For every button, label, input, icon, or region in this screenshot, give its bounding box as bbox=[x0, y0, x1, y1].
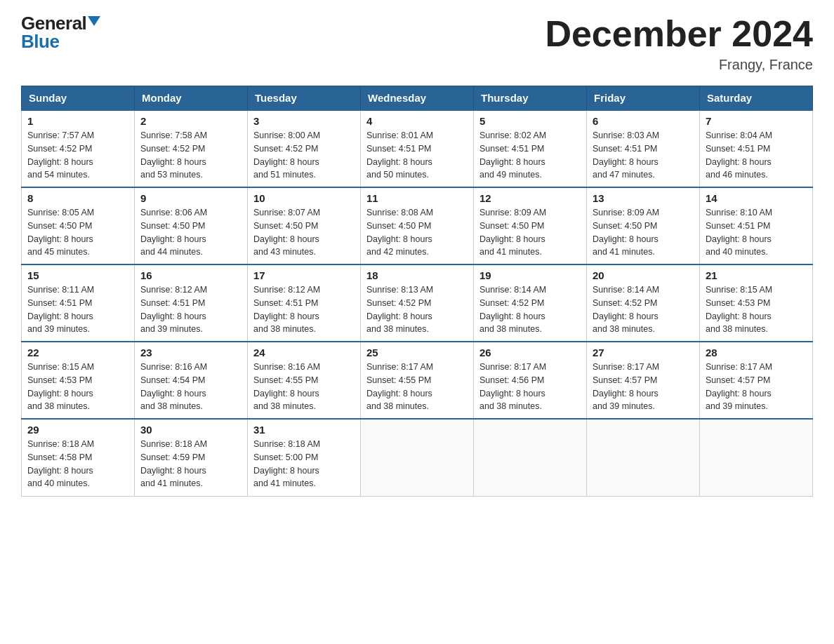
table-row: 9Sunrise: 8:06 AMSunset: 4:50 PMDaylight… bbox=[135, 187, 248, 264]
day-number: 21 bbox=[706, 269, 807, 281]
table-row: 3Sunrise: 8:00 AMSunset: 4:52 PMDaylight… bbox=[248, 110, 361, 187]
table-row: 14Sunrise: 8:10 AMSunset: 4:51 PMDayligh… bbox=[700, 187, 813, 264]
day-info: Sunrise: 8:16 AMSunset: 4:55 PMDaylight:… bbox=[253, 361, 355, 413]
day-info: Sunrise: 8:14 AMSunset: 4:52 PMDaylight:… bbox=[479, 283, 581, 336]
day-info: Sunrise: 8:14 AMSunset: 4:52 PMDaylight:… bbox=[593, 283, 694, 336]
table-row: 12Sunrise: 8:09 AMSunset: 4:50 PMDayligh… bbox=[474, 187, 587, 264]
day-info: Sunrise: 8:00 AMSunset: 4:52 PMDaylight:… bbox=[253, 129, 355, 182]
day-info: Sunrise: 8:18 AMSunset: 4:58 PMDaylight:… bbox=[27, 438, 128, 490]
header-tuesday: Tuesday bbox=[248, 86, 361, 111]
day-number: 25 bbox=[366, 347, 468, 358]
day-number: 13 bbox=[593, 192, 694, 204]
day-number: 18 bbox=[366, 269, 468, 281]
header-friday: Friday bbox=[587, 86, 700, 111]
day-number: 31 bbox=[253, 424, 355, 436]
day-number: 4 bbox=[366, 115, 468, 127]
header-saturday: Saturday bbox=[700, 86, 813, 111]
day-number: 16 bbox=[140, 269, 241, 281]
day-info: Sunrise: 8:09 AMSunset: 4:50 PMDaylight:… bbox=[593, 206, 694, 259]
table-row: 31Sunrise: 8:18 AMSunset: 5:00 PMDayligh… bbox=[248, 419, 361, 496]
day-number: 17 bbox=[253, 269, 355, 281]
header-sunday: Sunday bbox=[22, 86, 135, 111]
table-row: 19Sunrise: 8:14 AMSunset: 4:52 PMDayligh… bbox=[474, 264, 587, 342]
table-row: 15Sunrise: 8:11 AMSunset: 4:51 PMDayligh… bbox=[22, 264, 135, 342]
table-row: 11Sunrise: 8:08 AMSunset: 4:50 PMDayligh… bbox=[361, 187, 474, 264]
table-row: 13Sunrise: 8:09 AMSunset: 4:50 PMDayligh… bbox=[587, 187, 700, 264]
table-row: 30Sunrise: 8:18 AMSunset: 4:59 PMDayligh… bbox=[135, 419, 248, 496]
day-number: 5 bbox=[479, 115, 581, 127]
day-info: Sunrise: 8:05 AMSunset: 4:50 PMDaylight:… bbox=[27, 206, 128, 259]
day-number: 29 bbox=[27, 424, 128, 436]
table-row: 6Sunrise: 8:03 AMSunset: 4:51 PMDaylight… bbox=[587, 110, 700, 187]
day-info: Sunrise: 8:11 AMSunset: 4:51 PMDaylight:… bbox=[27, 283, 128, 336]
day-info: Sunrise: 8:18 AMSunset: 4:59 PMDaylight:… bbox=[140, 438, 241, 490]
logo-general-text: General bbox=[21, 14, 86, 32]
weekday-header-row: Sunday Monday Tuesday Wednesday Thursday… bbox=[22, 86, 813, 111]
day-number: 30 bbox=[140, 424, 241, 436]
day-number: 3 bbox=[253, 115, 355, 127]
day-number: 15 bbox=[27, 269, 128, 281]
table-row bbox=[587, 419, 700, 496]
title-block: December 2024 Frangy, France bbox=[545, 14, 813, 73]
table-row: 4Sunrise: 8:01 AMSunset: 4:51 PMDaylight… bbox=[361, 110, 474, 187]
calendar-week-row: 22Sunrise: 8:15 AMSunset: 4:53 PMDayligh… bbox=[22, 342, 813, 419]
day-info: Sunrise: 8:08 AMSunset: 4:50 PMDaylight:… bbox=[366, 206, 468, 259]
day-number: 27 bbox=[593, 347, 694, 358]
calendar-week-row: 15Sunrise: 8:11 AMSunset: 4:51 PMDayligh… bbox=[22, 264, 813, 342]
table-row: 5Sunrise: 8:02 AMSunset: 4:51 PMDaylight… bbox=[474, 110, 587, 187]
day-info: Sunrise: 7:57 AMSunset: 4:52 PMDaylight:… bbox=[27, 129, 128, 182]
day-info: Sunrise: 8:03 AMSunset: 4:51 PMDaylight:… bbox=[593, 129, 694, 182]
table-row: 28Sunrise: 8:17 AMSunset: 4:57 PMDayligh… bbox=[700, 342, 813, 419]
day-info: Sunrise: 8:17 AMSunset: 4:57 PMDaylight:… bbox=[593, 361, 694, 413]
table-row: 24Sunrise: 8:16 AMSunset: 4:55 PMDayligh… bbox=[248, 342, 361, 419]
day-number: 22 bbox=[27, 347, 128, 358]
logo-triangle-icon bbox=[88, 16, 100, 26]
day-number: 10 bbox=[253, 192, 355, 204]
table-row: 7Sunrise: 8:04 AMSunset: 4:51 PMDaylight… bbox=[700, 110, 813, 187]
table-row bbox=[361, 419, 474, 496]
day-info: Sunrise: 8:10 AMSunset: 4:51 PMDaylight:… bbox=[706, 206, 807, 259]
day-number: 8 bbox=[27, 192, 128, 204]
calendar-week-row: 29Sunrise: 8:18 AMSunset: 4:58 PMDayligh… bbox=[22, 419, 813, 496]
day-number: 7 bbox=[706, 115, 807, 127]
day-number: 26 bbox=[479, 347, 581, 358]
calendar-week-row: 1Sunrise: 7:57 AMSunset: 4:52 PMDaylight… bbox=[22, 110, 813, 187]
table-row: 25Sunrise: 8:17 AMSunset: 4:55 PMDayligh… bbox=[361, 342, 474, 419]
table-row: 8Sunrise: 8:05 AMSunset: 4:50 PMDaylight… bbox=[22, 187, 135, 264]
day-info: Sunrise: 8:02 AMSunset: 4:51 PMDaylight:… bbox=[479, 129, 581, 182]
logo-blue-text: Blue bbox=[21, 32, 100, 51]
day-info: Sunrise: 8:16 AMSunset: 4:54 PMDaylight:… bbox=[140, 361, 241, 413]
day-number: 9 bbox=[140, 192, 241, 204]
header-thursday: Thursday bbox=[474, 86, 587, 111]
day-number: 11 bbox=[366, 192, 468, 204]
day-info: Sunrise: 8:12 AMSunset: 4:51 PMDaylight:… bbox=[140, 283, 241, 336]
day-info: Sunrise: 8:07 AMSunset: 4:50 PMDaylight:… bbox=[253, 206, 355, 259]
table-row: 23Sunrise: 8:16 AMSunset: 4:54 PMDayligh… bbox=[135, 342, 248, 419]
table-row bbox=[474, 419, 587, 496]
table-row: 10Sunrise: 8:07 AMSunset: 4:50 PMDayligh… bbox=[248, 187, 361, 264]
day-info: Sunrise: 8:15 AMSunset: 4:53 PMDaylight:… bbox=[27, 361, 128, 413]
page-header: General Blue December 2024 Frangy, Franc… bbox=[21, 14, 813, 73]
day-number: 28 bbox=[706, 347, 807, 358]
day-info: Sunrise: 8:01 AMSunset: 4:51 PMDaylight:… bbox=[366, 129, 468, 182]
table-row: 17Sunrise: 8:12 AMSunset: 4:51 PMDayligh… bbox=[248, 264, 361, 342]
day-info: Sunrise: 8:18 AMSunset: 5:00 PMDaylight:… bbox=[253, 438, 355, 490]
day-info: Sunrise: 8:15 AMSunset: 4:53 PMDaylight:… bbox=[706, 283, 807, 336]
day-number: 2 bbox=[140, 115, 241, 127]
location-text: Frangy, France bbox=[545, 57, 813, 73]
day-info: Sunrise: 8:04 AMSunset: 4:51 PMDaylight:… bbox=[706, 129, 807, 182]
calendar-table: Sunday Monday Tuesday Wednesday Thursday… bbox=[21, 86, 813, 497]
page-title: December 2024 bbox=[545, 14, 813, 54]
table-row bbox=[700, 419, 813, 496]
day-info: Sunrise: 7:58 AMSunset: 4:52 PMDaylight:… bbox=[140, 129, 241, 182]
table-row: 2Sunrise: 7:58 AMSunset: 4:52 PMDaylight… bbox=[135, 110, 248, 187]
header-wednesday: Wednesday bbox=[361, 86, 474, 111]
day-info: Sunrise: 8:17 AMSunset: 4:57 PMDaylight:… bbox=[706, 361, 807, 413]
table-row: 16Sunrise: 8:12 AMSunset: 4:51 PMDayligh… bbox=[135, 264, 248, 342]
day-number: 14 bbox=[706, 192, 807, 204]
day-info: Sunrise: 8:13 AMSunset: 4:52 PMDaylight:… bbox=[366, 283, 468, 336]
calendar-week-row: 8Sunrise: 8:05 AMSunset: 4:50 PMDaylight… bbox=[22, 187, 813, 264]
table-row: 22Sunrise: 8:15 AMSunset: 4:53 PMDayligh… bbox=[22, 342, 135, 419]
table-row: 26Sunrise: 8:17 AMSunset: 4:56 PMDayligh… bbox=[474, 342, 587, 419]
day-info: Sunrise: 8:06 AMSunset: 4:50 PMDaylight:… bbox=[140, 206, 241, 259]
